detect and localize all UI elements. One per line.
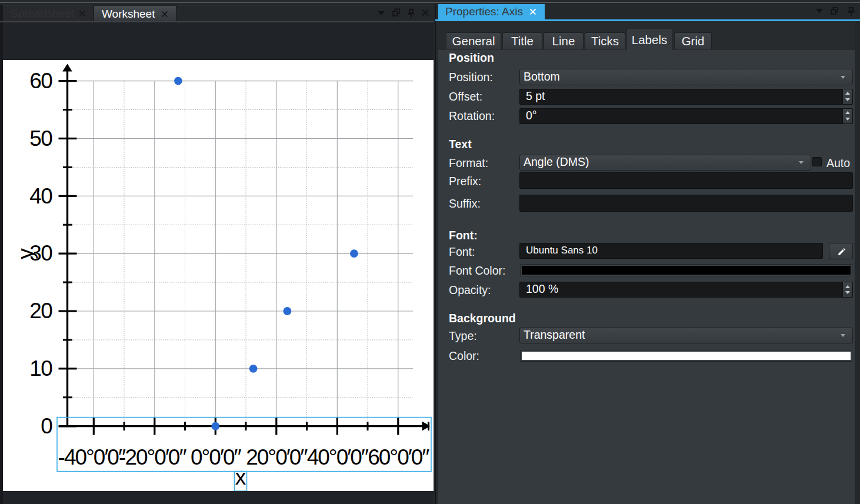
svg-text:y: y	[14, 248, 38, 259]
svg-text:60: 60	[29, 69, 52, 93]
svg-text:-20°0′0″: -20°0′0″	[119, 445, 186, 469]
svg-text:20: 20	[29, 299, 52, 323]
svg-text:x: x	[235, 465, 246, 489]
svg-text:0: 0	[41, 414, 52, 438]
svg-text:50: 50	[29, 126, 52, 151]
svg-text:0°0′0″: 0°0′0″	[191, 445, 241, 469]
svg-text:60°0′0″: 60°0′0″	[368, 445, 429, 469]
svg-text:40°0′0″: 40°0′0″	[307, 445, 369, 469]
svg-text:20°0′0″: 20°0′0″	[246, 445, 308, 469]
svg-text:10: 10	[29, 356, 52, 380]
svg-text:40: 40	[29, 184, 52, 208]
svg-text:-40°0′0″: -40°0′0″	[58, 445, 126, 469]
